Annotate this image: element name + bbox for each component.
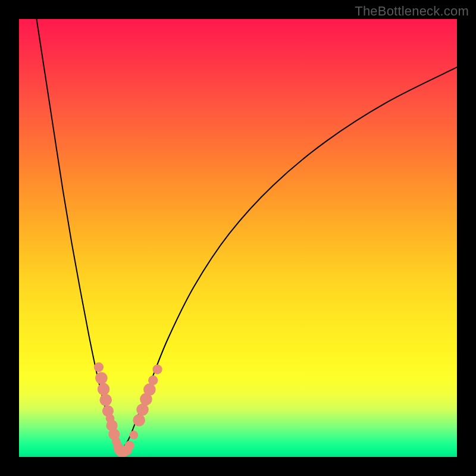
data-dot	[152, 365, 162, 374]
data-dot	[124, 441, 134, 450]
chart-frame: TheBottleneck.com	[0, 0, 476, 476]
data-dot	[99, 394, 112, 406]
data-dot	[136, 403, 149, 416]
dots-layer	[94, 362, 162, 457]
data-dot	[133, 414, 145, 427]
curve-right-branch	[120, 67, 457, 453]
data-dot	[129, 431, 138, 440]
data-dot	[98, 383, 110, 396]
plot-area	[19, 19, 457, 457]
data-dot	[143, 383, 156, 396]
chart-svg	[19, 19, 457, 457]
data-dot	[95, 372, 108, 384]
data-dot	[148, 375, 158, 385]
data-dot	[94, 362, 104, 372]
watermark-text: TheBottleneck.com	[355, 4, 469, 19]
